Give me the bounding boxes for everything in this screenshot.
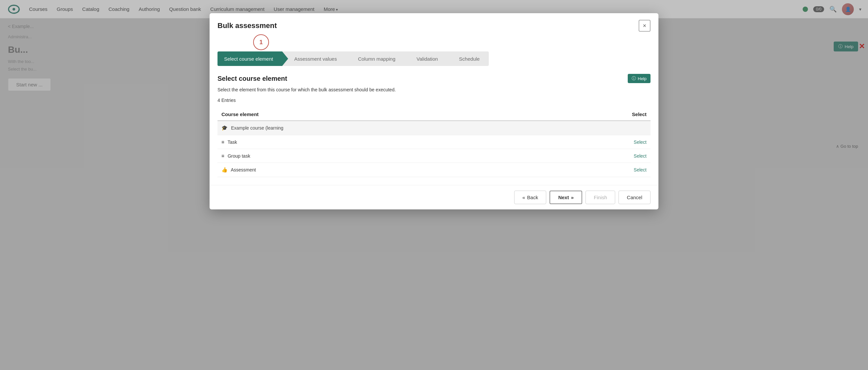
- task-select-cell: Select: [506, 135, 651, 149]
- step-indicator-area: 1: [217, 37, 651, 49]
- col-select: Select: [506, 108, 651, 121]
- entries-count: 4 Entries: [217, 98, 651, 103]
- table-header: Course element Select: [217, 108, 651, 121]
- task-cell: ≡ Task: [217, 135, 506, 149]
- step-tab-column-mapping[interactable]: Column mapping: [346, 52, 405, 66]
- step-tab-schedule[interactable]: Schedule: [447, 52, 489, 66]
- modal-body: Select course element ⓘ Help Select the …: [210, 74, 658, 185]
- col-course-element: Course element: [217, 108, 506, 121]
- task-select-link[interactable]: Select: [634, 139, 647, 145]
- help-icon: ⓘ: [632, 75, 636, 81]
- table-row-parent: 🎓 Example course (learning: [217, 121, 651, 135]
- back-arrow-icon: «: [522, 195, 525, 200]
- assessment-name: Assessment: [231, 167, 256, 172]
- task-icon: ≡: [221, 139, 224, 145]
- group-task-select-link[interactable]: Select: [634, 153, 647, 159]
- step-tab-validation[interactable]: Validation: [405, 52, 447, 66]
- modal-title: Bulk assessment: [217, 22, 277, 30]
- modal-header: Bulk assessment ×: [210, 13, 658, 37]
- task-name: Task: [227, 139, 237, 145]
- group-task-icon: ≡: [221, 153, 224, 159]
- modal-footer: « Back Next » Finish Cancel: [210, 185, 658, 209]
- next-arrow-icon: »: [571, 195, 574, 200]
- section-title-text: Select course element: [217, 75, 287, 82]
- table-row: ≡ Group task Select: [217, 149, 651, 163]
- modal-close-button[interactable]: ×: [639, 20, 651, 32]
- assessment-select-link[interactable]: Select: [634, 167, 647, 172]
- finish-button[interactable]: Finish: [586, 191, 615, 204]
- parent-course-cell: 🎓 Example course (learning: [217, 121, 651, 135]
- bulk-assessment-modal: Bulk assessment × 1 Select course elemen…: [210, 13, 658, 209]
- course-elements-table: Course element Select 🎓 Example course (…: [217, 108, 651, 177]
- assessment-select-cell: Select: [506, 163, 651, 177]
- step-circle: 1: [253, 34, 269, 50]
- next-button[interactable]: Next »: [550, 191, 582, 204]
- assessment-cell: 👍 Assessment: [217, 163, 506, 177]
- back-button[interactable]: « Back: [514, 191, 547, 204]
- section-description: Select the element from this course for …: [217, 87, 651, 92]
- assessment-icon: 👍: [221, 167, 228, 172]
- cancel-button[interactable]: Cancel: [619, 191, 651, 204]
- parent-course-name: Example course (learning: [231, 125, 283, 131]
- help-button[interactable]: ⓘ Help: [628, 74, 651, 83]
- group-task-select-cell: Select: [506, 149, 651, 163]
- modal-overlay: Bulk assessment × 1 Select course elemen…: [0, 0, 868, 370]
- step-tab-select-course-element[interactable]: Select course element: [217, 52, 282, 66]
- section-title-area: Select course element ⓘ Help: [217, 74, 651, 83]
- table-row: 👍 Assessment Select: [217, 163, 651, 177]
- group-task-cell: ≡ Group task: [217, 149, 506, 163]
- steps-bar: Select course element Assessment values …: [217, 52, 651, 66]
- course-icon: 🎓: [221, 125, 228, 131]
- group-task-name: Group task: [228, 153, 250, 159]
- step-tab-assessment-values[interactable]: Assessment values: [282, 52, 346, 66]
- table-row: ≡ Task Select: [217, 135, 651, 149]
